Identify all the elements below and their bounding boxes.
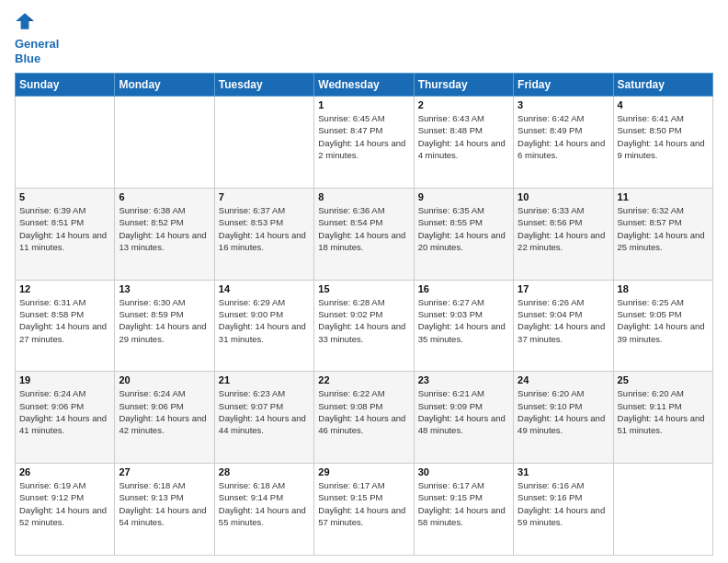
day-info: Sunrise: 6:33 AMSunset: 8:56 PMDaylight:… xyxy=(518,204,609,253)
day-info: Sunrise: 6:19 AMSunset: 9:12 PMDaylight:… xyxy=(19,479,110,528)
calendar-week-row: 12Sunrise: 6:31 AMSunset: 8:58 PMDayligh… xyxy=(16,280,713,372)
day-info: Sunrise: 6:29 AMSunset: 9:00 PMDaylight:… xyxy=(219,296,310,345)
day-info: Sunrise: 6:45 AMSunset: 8:47 PMDaylight:… xyxy=(318,112,409,161)
day-number: 3 xyxy=(518,99,609,110)
day-number: 29 xyxy=(318,466,409,477)
day-info: Sunrise: 6:31 AMSunset: 8:58 PMDaylight:… xyxy=(19,296,110,345)
calendar-table: SundayMondayTuesdayWednesdayThursdayFrid… xyxy=(15,73,713,556)
day-number: 24 xyxy=(518,374,609,385)
day-info: Sunrise: 6:16 AMSunset: 9:16 PMDaylight:… xyxy=(518,479,609,528)
day-info: Sunrise: 6:20 AMSunset: 9:11 PMDaylight:… xyxy=(618,387,709,436)
day-number: 17 xyxy=(518,283,609,294)
weekday-header: Wednesday xyxy=(314,74,414,97)
day-info: Sunrise: 6:37 AMSunset: 8:53 PMDaylight:… xyxy=(219,204,310,253)
day-info: Sunrise: 6:43 AMSunset: 8:48 PMDaylight:… xyxy=(418,112,509,161)
day-number: 30 xyxy=(418,466,509,477)
weekday-header: Thursday xyxy=(414,74,513,97)
calendar-cell: 16Sunrise: 6:27 AMSunset: 9:03 PMDayligh… xyxy=(414,280,513,372)
calendar-cell: 3Sunrise: 6:42 AMSunset: 8:49 PMDaylight… xyxy=(514,97,613,189)
day-info: Sunrise: 6:35 AMSunset: 8:55 PMDaylight:… xyxy=(418,204,509,253)
day-number: 26 xyxy=(19,466,110,477)
day-number: 20 xyxy=(119,374,210,385)
calendar-cell: 10Sunrise: 6:33 AMSunset: 8:56 PMDayligh… xyxy=(514,188,613,280)
day-number: 7 xyxy=(219,191,310,202)
day-info: Sunrise: 6:17 AMSunset: 9:15 PMDaylight:… xyxy=(418,479,509,528)
day-number: 25 xyxy=(618,374,709,385)
day-number: 1 xyxy=(318,99,409,110)
day-number: 6 xyxy=(119,191,210,202)
calendar-cell: 12Sunrise: 6:31 AMSunset: 8:58 PMDayligh… xyxy=(16,280,115,372)
calendar-week-row: 1Sunrise: 6:45 AMSunset: 8:47 PMDaylight… xyxy=(16,97,713,189)
logo: General Blue xyxy=(15,11,59,65)
day-number: 18 xyxy=(618,283,709,294)
calendar-cell: 18Sunrise: 6:25 AMSunset: 9:05 PMDayligh… xyxy=(613,280,712,372)
day-number: 4 xyxy=(618,99,709,110)
day-info: Sunrise: 6:26 AMSunset: 9:04 PMDaylight:… xyxy=(518,296,609,345)
logo-icon xyxy=(15,11,35,31)
calendar-cell: 14Sunrise: 6:29 AMSunset: 9:00 PMDayligh… xyxy=(214,280,313,372)
calendar-cell: 29Sunrise: 6:17 AMSunset: 9:15 PMDayligh… xyxy=(314,464,414,556)
calendar-cell: 20Sunrise: 6:24 AMSunset: 9:06 PMDayligh… xyxy=(115,372,214,464)
day-info: Sunrise: 6:18 AMSunset: 9:14 PMDaylight:… xyxy=(219,479,310,528)
calendar-cell: 28Sunrise: 6:18 AMSunset: 9:14 PMDayligh… xyxy=(214,464,313,556)
day-number: 21 xyxy=(219,374,310,385)
day-info: Sunrise: 6:38 AMSunset: 8:52 PMDaylight:… xyxy=(119,204,210,253)
weekday-header: Tuesday xyxy=(214,74,313,97)
day-info: Sunrise: 6:36 AMSunset: 8:54 PMDaylight:… xyxy=(318,204,409,253)
day-number: 8 xyxy=(318,191,409,202)
calendar-cell: 22Sunrise: 6:22 AMSunset: 9:08 PMDayligh… xyxy=(314,372,414,464)
day-number: 22 xyxy=(318,374,409,385)
calendar-cell xyxy=(613,464,712,556)
weekday-header: Friday xyxy=(514,74,613,97)
weekday-header: Sunday xyxy=(16,74,115,97)
day-number: 10 xyxy=(518,191,609,202)
day-info: Sunrise: 6:27 AMSunset: 9:03 PMDaylight:… xyxy=(418,296,509,345)
day-number: 5 xyxy=(19,191,110,202)
calendar-cell: 4Sunrise: 6:41 AMSunset: 8:50 PMDaylight… xyxy=(613,97,712,189)
header: General Blue xyxy=(15,11,713,65)
calendar-cell xyxy=(115,97,214,189)
calendar-cell: 7Sunrise: 6:37 AMSunset: 8:53 PMDaylight… xyxy=(214,188,313,280)
day-info: Sunrise: 6:25 AMSunset: 9:05 PMDaylight:… xyxy=(618,296,709,345)
day-info: Sunrise: 6:21 AMSunset: 9:09 PMDaylight:… xyxy=(418,387,509,436)
calendar-cell: 17Sunrise: 6:26 AMSunset: 9:04 PMDayligh… xyxy=(514,280,613,372)
day-number: 9 xyxy=(418,191,509,202)
day-number: 19 xyxy=(19,374,110,385)
day-number: 12 xyxy=(19,283,110,294)
day-info: Sunrise: 6:22 AMSunset: 9:08 PMDaylight:… xyxy=(318,387,409,436)
calendar-cell: 6Sunrise: 6:38 AMSunset: 8:52 PMDaylight… xyxy=(115,188,214,280)
day-number: 2 xyxy=(418,99,509,110)
calendar-week-row: 19Sunrise: 6:24 AMSunset: 9:06 PMDayligh… xyxy=(16,372,713,464)
day-info: Sunrise: 6:24 AMSunset: 9:06 PMDaylight:… xyxy=(19,387,110,436)
day-number: 13 xyxy=(119,283,210,294)
day-number: 28 xyxy=(219,466,310,477)
day-info: Sunrise: 6:20 AMSunset: 9:10 PMDaylight:… xyxy=(518,387,609,436)
calendar-cell: 2Sunrise: 6:43 AMSunset: 8:48 PMDaylight… xyxy=(414,97,513,189)
day-info: Sunrise: 6:28 AMSunset: 9:02 PMDaylight:… xyxy=(318,296,409,345)
day-info: Sunrise: 6:23 AMSunset: 9:07 PMDaylight:… xyxy=(219,387,310,436)
day-number: 27 xyxy=(119,466,210,477)
day-info: Sunrise: 6:24 AMSunset: 9:06 PMDaylight:… xyxy=(119,387,210,436)
day-info: Sunrise: 6:41 AMSunset: 8:50 PMDaylight:… xyxy=(618,112,709,161)
day-number: 31 xyxy=(518,466,609,477)
calendar-week-row: 26Sunrise: 6:19 AMSunset: 9:12 PMDayligh… xyxy=(16,464,713,556)
calendar-cell: 25Sunrise: 6:20 AMSunset: 9:11 PMDayligh… xyxy=(613,372,712,464)
day-info: Sunrise: 6:42 AMSunset: 8:49 PMDaylight:… xyxy=(518,112,609,161)
logo-text: General Blue xyxy=(15,37,59,65)
day-number: 23 xyxy=(418,374,509,385)
calendar-cell: 5Sunrise: 6:39 AMSunset: 8:51 PMDaylight… xyxy=(16,188,115,280)
calendar-cell: 23Sunrise: 6:21 AMSunset: 9:09 PMDayligh… xyxy=(414,372,513,464)
calendar-cell: 30Sunrise: 6:17 AMSunset: 9:15 PMDayligh… xyxy=(414,464,513,556)
calendar-cell: 15Sunrise: 6:28 AMSunset: 9:02 PMDayligh… xyxy=(314,280,414,372)
calendar-cell: 9Sunrise: 6:35 AMSunset: 8:55 PMDaylight… xyxy=(414,188,513,280)
calendar-cell xyxy=(214,97,313,189)
day-number: 14 xyxy=(219,283,310,294)
calendar-cell: 8Sunrise: 6:36 AMSunset: 8:54 PMDaylight… xyxy=(314,188,414,280)
calendar-cell: 27Sunrise: 6:18 AMSunset: 9:13 PMDayligh… xyxy=(115,464,214,556)
calendar-cell: 26Sunrise: 6:19 AMSunset: 9:12 PMDayligh… xyxy=(16,464,115,556)
day-info: Sunrise: 6:18 AMSunset: 9:13 PMDaylight:… xyxy=(119,479,210,528)
day-info: Sunrise: 6:30 AMSunset: 8:59 PMDaylight:… xyxy=(119,296,210,345)
calendar-cell: 11Sunrise: 6:32 AMSunset: 8:57 PMDayligh… xyxy=(613,188,712,280)
weekday-header: Saturday xyxy=(613,74,712,97)
calendar-cell: 19Sunrise: 6:24 AMSunset: 9:06 PMDayligh… xyxy=(16,372,115,464)
